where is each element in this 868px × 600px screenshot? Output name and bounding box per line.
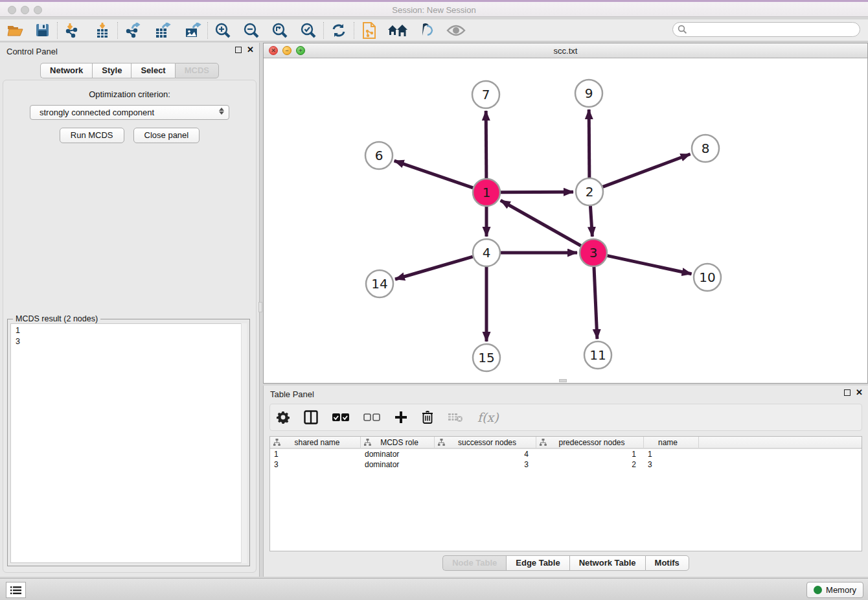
column-header-mcds-role[interactable]: MCDS role: [361, 437, 435, 448]
task-history-button[interactable]: [6, 582, 26, 598]
table-header-row: shared name MCDS role successor nodes pr…: [270, 437, 862, 449]
close-panel-button[interactable]: Close panel: [133, 128, 200, 143]
zoom-fit-icon[interactable]: [269, 21, 291, 40]
toolbar-separator: [354, 22, 354, 39]
cell-name: 3: [644, 459, 699, 470]
node-table: shared name MCDS role successor nodes pr…: [269, 436, 862, 551]
select-all-columns-icon[interactable]: [332, 413, 349, 422]
graph-edge-3-11[interactable]: [594, 267, 597, 339]
refresh-layout-icon[interactable]: [328, 21, 350, 40]
network-view-window: ✕ − + scc.txt 7968124314101511: [263, 43, 868, 384]
save-icon[interactable]: [31, 21, 53, 40]
panel-divider-grip[interactable]: [258, 302, 262, 312]
table-panel-title: Table Panel: [270, 389, 314, 399]
split-columns-icon[interactable]: [304, 410, 318, 424]
graph-node-label-6: 6: [375, 148, 383, 163]
network-resize-grip[interactable]: [559, 379, 567, 382]
zoom-in-icon[interactable]: [212, 21, 234, 40]
application-window: Session: New Session: [0, 0, 868, 600]
graph-edge-4-14[interactable]: [395, 257, 473, 279]
cell-mcds-role: dominator: [361, 459, 435, 470]
network-canvas[interactable]: 7968124314101511: [264, 58, 867, 383]
flag-icon[interactable]: [415, 21, 437, 40]
mcds-result-text[interactable]: 1 3: [10, 323, 247, 563]
open-folder-icon[interactable]: [4, 21, 26, 40]
graph-edge-2-3[interactable]: [590, 206, 592, 237]
table-row[interactable]: 1 dominator 4 1 1: [270, 449, 862, 459]
graph-edge-3-1[interactable]: [501, 200, 581, 246]
graph-node-label-9: 9: [585, 86, 593, 101]
import-network-icon[interactable]: [62, 21, 84, 40]
cell-shared-name: 3: [270, 459, 361, 470]
column-header-predecessor-nodes[interactable]: predecessor nodes: [536, 437, 644, 448]
cell-mcds-role: dominator: [361, 449, 435, 459]
tab-network[interactable]: Network: [40, 63, 92, 78]
column-header-name[interactable]: name: [644, 437, 699, 448]
graph-node-label-11: 11: [589, 347, 606, 363]
export-image-icon[interactable]: [181, 21, 203, 40]
result-scrollbar[interactable]: [241, 323, 247, 563]
criterion-value: strongly connected component: [40, 108, 154, 117]
clear-table-icon[interactable]: [448, 412, 463, 422]
toolbar-separator: [57, 22, 58, 39]
run-mcds-button[interactable]: Run MCDS: [60, 128, 124, 143]
function-builder-icon[interactable]: f(x): [477, 410, 499, 424]
column-header-shared-name[interactable]: shared name: [270, 437, 361, 448]
criterion-select[interactable]: strongly connected component: [30, 105, 229, 120]
close-panel-icon[interactable]: ✕: [247, 46, 254, 54]
network-window-titlebar[interactable]: ✕ − + scc.txt: [264, 43, 867, 58]
delete-column-icon[interactable]: [422, 410, 433, 424]
graph-node-label-2: 2: [586, 184, 594, 200]
search-input[interactable]: [672, 22, 860, 37]
tab-mcds[interactable]: MCDS: [175, 63, 219, 78]
main-toolbar: [0, 19, 868, 41]
table-row[interactable]: 3 dominator 3 2 3: [270, 459, 862, 470]
network-window-title: scc.txt: [264, 46, 867, 56]
tab-network-table[interactable]: Network Table: [569, 555, 645, 571]
hierarchy-icon: [364, 439, 371, 446]
network-graph[interactable]: 7968124314101511: [264, 58, 867, 383]
deselect-all-columns-icon[interactable]: [363, 413, 380, 422]
graph-edge-2-9[interactable]: [589, 110, 589, 178]
graph-node-label-3: 3: [589, 245, 598, 260]
mcds-result-group: MCDS result (2 nodes) 1 3: [7, 319, 250, 566]
zoom-out-icon[interactable]: [240, 21, 262, 40]
graph-node-label-15: 15: [478, 350, 494, 365]
import-table-icon[interactable]: [91, 21, 113, 40]
tab-motifs[interactable]: Motifs: [645, 555, 689, 571]
export-network-icon[interactable]: [122, 21, 144, 40]
cell-predecessor-nodes: 2: [536, 459, 644, 470]
show-hide-eye-icon[interactable]: [445, 21, 467, 40]
cell-successor-nodes: 3: [435, 459, 536, 470]
graph-node-label-8: 8: [702, 141, 710, 156]
home-overview-icon[interactable]: [387, 21, 409, 40]
memory-label: Memory: [826, 585, 856, 595]
tab-edge-table[interactable]: Edge Table: [506, 555, 569, 571]
toolbar-separator: [323, 22, 324, 39]
graph-edge-3-10[interactable]: [608, 256, 692, 274]
control-panel-title: Control Panel: [6, 47, 58, 56]
toolbar-separator: [117, 22, 118, 39]
graph-edge-1-6[interactable]: [394, 161, 474, 188]
close-table-panel-icon[interactable]: ✕: [856, 389, 863, 397]
optimization-criterion-label: Optimization criterion:: [3, 89, 256, 99]
tab-select[interactable]: Select: [131, 63, 174, 78]
memory-button[interactable]: Memory: [806, 582, 863, 598]
column-header-successor-nodes[interactable]: successor nodes: [435, 437, 536, 448]
graph-edge-2-8[interactable]: [603, 154, 691, 187]
toolbar-search: [672, 22, 860, 37]
graph-edge-1-7[interactable]: [486, 111, 486, 178]
tab-style[interactable]: Style: [92, 63, 131, 78]
add-column-icon[interactable]: [394, 411, 407, 424]
float-table-panel-icon[interactable]: [844, 389, 851, 396]
select-stepper-icon: [219, 108, 224, 115]
export-table-icon[interactable]: [152, 21, 174, 40]
window-title: Session: New Session: [0, 5, 868, 15]
network-snapshot-icon[interactable]: [358, 21, 380, 40]
settings-gear-icon[interactable]: [277, 411, 290, 424]
control-panel-tabs: Network Style Select MCDS: [0, 63, 259, 78]
float-panel-icon[interactable]: [235, 47, 242, 53]
graph-edge-1-2[interactable]: [501, 192, 573, 192]
zoom-selected-icon[interactable]: [297, 21, 319, 40]
tab-node-table[interactable]: Node Table: [442, 555, 506, 571]
